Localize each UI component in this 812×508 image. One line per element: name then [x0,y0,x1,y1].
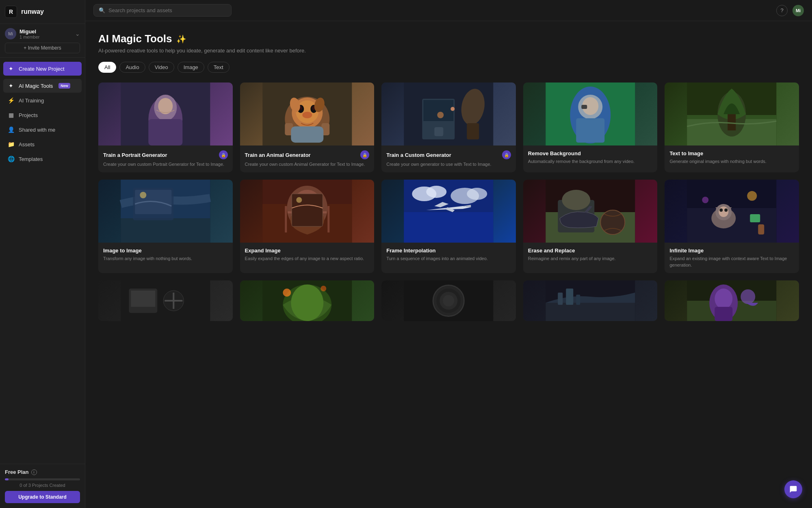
shared-icon: 👤 [7,126,15,133]
lock-icon: 🔒 [502,150,511,159]
search-icon: 🔍 [99,7,105,13]
tool-card-image-r2 [240,280,375,321]
svg-rect-22 [434,127,443,136]
sidebar-item-label: Shared with me [19,127,55,133]
tool-card-image-text-to-img [665,82,799,145]
tool-card-remove-background[interactable]: Remove Background Automatically remove t… [523,82,658,172]
workspace-chevron-icon: ⌄ [75,30,80,37]
magic-icon: ✦ [7,82,15,89]
user-avatar[interactable]: Mi [793,5,804,16]
sidebar-item-assets[interactable]: 📁 Assets [3,137,82,151]
sidebar-item-templates[interactable]: 🌐 Templates [3,152,82,166]
sidebar-item-ai-magic-tools[interactable]: ✦ AI Magic Tools New [3,79,82,93]
tool-description: Transform any image with nothing but wor… [103,256,228,262]
tool-title-row: Image to Image [103,247,228,254]
tool-title: Train a Portrait Generator [103,152,167,158]
sidebar-item-label: Templates [19,156,43,162]
svg-point-107 [741,289,756,304]
tool-card-text-to-image[interactable]: Text to Image Generate original images w… [665,82,799,172]
tool-card-custom-generator[interactable]: Train a Custom Generator 🔒 Create your o… [381,82,516,172]
filter-tab-text[interactable]: Text [208,62,230,73]
sidebar-item-label: Create New Project [19,66,65,72]
tool-title-row: Infinite Image [669,247,794,254]
tool-card-row3-3[interactable] [381,280,516,321]
svg-rect-54 [292,194,323,226]
tool-card-image-r3 [381,280,516,321]
svg-rect-52 [285,206,287,232]
svg-rect-53 [327,206,329,232]
workspace-avatar: Mi [5,28,16,39]
tool-card-image-img-to-img [98,180,233,243]
sidebar: R runway Mi Miguel 1 member ⌄ + Invite M… [0,0,85,508]
tool-card-image-expand [240,180,375,243]
filter-tab-all[interactable]: All [98,62,116,73]
sidebar-item-projects[interactable]: ▦ Projects [3,108,82,122]
tools-grid-row2: Image to Image Transform any image with … [98,180,799,273]
tool-card-image-r1 [98,280,233,321]
page-title: AI Magic Tools [98,33,172,45]
tools-grid-row3 [98,280,799,321]
svg-point-26 [450,107,455,111]
info-icon[interactable]: i [31,469,37,475]
sidebar-item-create[interactable]: ✦ Create New Project [3,62,82,76]
svg-point-13 [302,112,312,118]
tool-card-infinite-image[interactable]: Infinite Image Expand an existing image … [665,180,799,273]
tool-card-frame-interpolation[interactable]: Frame Interpolation Turn a sequence of i… [381,180,516,273]
svg-rect-98 [546,303,635,321]
tool-card-portrait-generator[interactable]: Train a Portrait Generator 🔒 Create your… [98,82,233,172]
help-button[interactable]: ? [776,5,788,16]
tool-card-body: Train an Animal Generator 🔒 Create your … [240,145,375,172]
tool-title: Frame Interpolation [386,247,435,254]
search-input[interactable] [108,7,226,13]
tool-card-image-r5 [665,280,799,321]
filter-tab-video[interactable]: Video [149,62,174,73]
app-name: runway [21,8,44,15]
tool-card-image-remove-bg [523,82,658,145]
workspace-members: 1 member [19,35,75,39]
svg-point-25 [437,112,444,118]
svg-point-78 [702,197,709,203]
tool-title: Train an Animal Generator [245,152,311,158]
tool-card-expand-image[interactable]: Expand Image Easily expand the edges of … [240,180,375,273]
sidebar-item-ai-training[interactable]: ⚡ AI Training [3,93,82,107]
lock-icon: 🔒 [360,150,369,159]
svg-point-96 [443,295,454,306]
tool-title-row: Expand Image [245,247,370,254]
projects-count: 0 of 3 Projects Created [5,483,80,488]
tool-card-image-to-image[interactable]: Image to Image Transform any image with … [98,180,233,273]
filter-tabs: All Audio Video Image Text [98,62,799,73]
search-bar[interactable]: 🔍 [93,4,232,17]
svg-rect-24 [467,123,479,139]
svg-point-66 [562,190,590,210]
tool-description: Easily expand the edges of any image to … [245,256,370,262]
workspace-row[interactable]: Mi Miguel 1 member ⌄ [5,28,80,39]
chat-icon [789,485,797,493]
svg-rect-18 [291,126,323,143]
tool-card-animal-generator[interactable]: Train an Animal Generator 🔒 Create your … [240,82,375,172]
invite-members-button[interactable]: + Invite Members [5,43,80,53]
assets-icon: 📁 [7,141,15,148]
tool-title-row: Erase and Replace [528,247,653,254]
svg-point-45 [140,192,146,198]
tool-title: Train a Custom Generator [386,152,451,158]
chat-fab-button[interactable] [784,480,802,498]
filter-tab-audio[interactable]: Audio [119,62,145,73]
tool-card-body: Text to Image Generate original images w… [665,145,799,169]
svg-point-60 [426,186,446,198]
tool-card-row3-1[interactable] [98,280,233,321]
filter-tab-image[interactable]: Image [178,62,204,73]
tool-card-image-r4 [523,280,658,321]
tool-card-row3-4[interactable] [523,280,658,321]
sidebar-item-label: Assets [19,141,35,148]
sidebar-item-shared[interactable]: 👤 Shared with me [3,123,82,137]
tool-card-row3-5[interactable] [665,280,799,321]
tool-card-row3-2[interactable] [240,280,375,321]
svg-rect-31 [576,118,604,143]
tool-card-body: Remove Background Automatically remove t… [523,145,658,169]
tool-card-erase-replace[interactable]: Erase and Replace Reimagine and remix an… [523,180,658,273]
upgrade-button[interactable]: Upgrade to Standard [5,491,80,503]
tool-description: Expand an existing image with context aw… [669,256,794,268]
svg-rect-82 [131,291,155,307]
sidebar-footer: Free Plan i 0 of 3 Projects Created Upgr… [0,464,85,508]
tool-description: Create your own generator to use with Te… [386,161,511,167]
